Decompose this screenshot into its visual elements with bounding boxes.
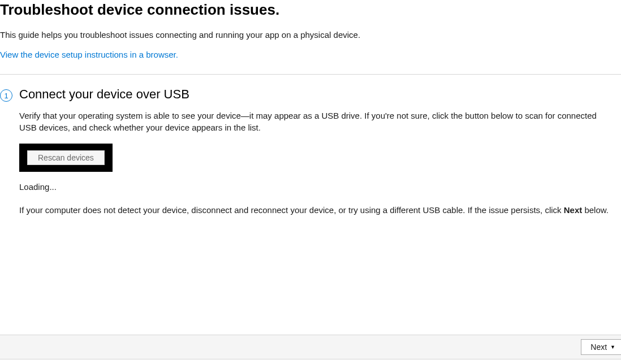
step-1-container: 1 Connect your device over USB Verify th… bbox=[0, 87, 621, 216]
step-description: Verify that your operating system is abl… bbox=[19, 110, 610, 133]
next-button-label: Next bbox=[590, 343, 607, 352]
footer-bar: Next ▼ bbox=[0, 335, 621, 359]
rescan-devices-button[interactable]: Rescan devices bbox=[27, 150, 105, 165]
step-note: If your computer does not detect your de… bbox=[19, 204, 610, 216]
loading-status: Loading... bbox=[19, 182, 610, 192]
next-button[interactable]: Next ▼ bbox=[581, 339, 621, 355]
note-prefix: If your computer does not detect your de… bbox=[19, 205, 564, 215]
page-title: Troubleshoot device connection issues. bbox=[0, 1, 621, 19]
note-suffix: below. bbox=[582, 205, 609, 215]
setup-instructions-link[interactable]: View the device setup instructions in a … bbox=[0, 50, 178, 59]
intro-text: This guide helps you troubleshoot issues… bbox=[0, 30, 621, 40]
note-bold-word: Next bbox=[564, 205, 583, 215]
chevron-down-icon: ▼ bbox=[610, 344, 615, 350]
divider bbox=[0, 74, 621, 75]
rescan-button-highlight: Rescan devices bbox=[19, 144, 113, 172]
step-title: Connect your device over USB bbox=[19, 87, 610, 102]
step-number-badge: 1 bbox=[0, 89, 12, 102]
